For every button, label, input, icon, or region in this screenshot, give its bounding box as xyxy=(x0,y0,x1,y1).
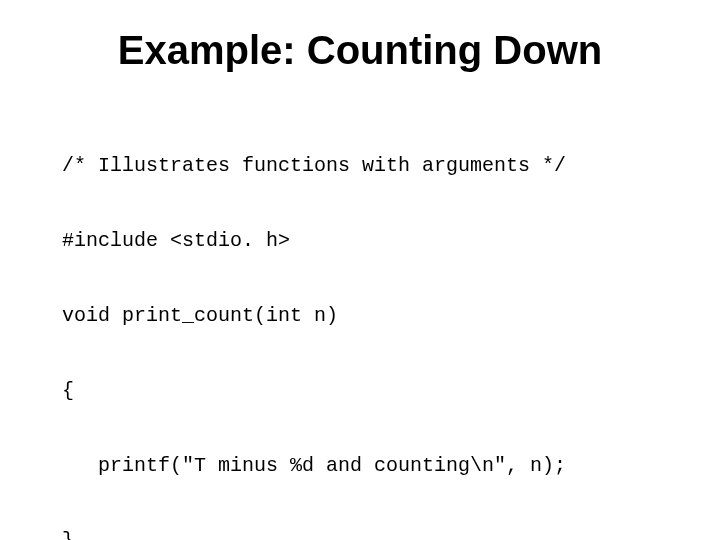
slide-title: Example: Counting Down xyxy=(0,0,720,103)
code-block: /* Illustrates functions with arguments … xyxy=(0,103,720,540)
code-line: void print_count(int n) xyxy=(62,303,720,328)
slide: Example: Counting Down /* Illustrates fu… xyxy=(0,0,720,540)
code-line: printf("T minus %d and counting\n", n); xyxy=(62,453,720,478)
code-line: #include <stdio. h> xyxy=(62,228,720,253)
code-line: { xyxy=(62,378,720,403)
code-line: /* Illustrates functions with arguments … xyxy=(62,153,720,178)
code-line: } xyxy=(62,528,720,540)
